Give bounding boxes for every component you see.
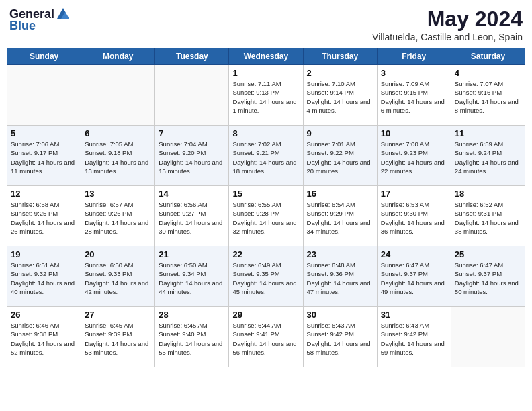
calendar-cell: 20Sunrise: 6:50 AMSunset: 9:33 PMDayligh… xyxy=(81,246,155,307)
cell-date: 3 xyxy=(381,68,447,78)
calendar-cell: 21Sunrise: 6:50 AMSunset: 9:34 PMDayligh… xyxy=(155,246,229,307)
day-header-sunday: Sunday xyxy=(7,48,81,65)
cell-date: 21 xyxy=(159,249,225,259)
day-header-friday: Friday xyxy=(377,48,451,65)
calendar-cell: 12Sunrise: 6:58 AMSunset: 9:25 PMDayligh… xyxy=(7,186,81,246)
calendar-cell: 31Sunrise: 6:43 AMSunset: 9:42 PMDayligh… xyxy=(377,307,451,367)
calendar-cell: 1Sunrise: 7:11 AMSunset: 9:13 PMDaylight… xyxy=(229,65,303,126)
cell-info: Sunrise: 6:58 AMSunset: 9:25 PMDaylight:… xyxy=(11,200,77,236)
cell-date: 5 xyxy=(11,128,77,138)
cell-info: Sunrise: 6:54 AMSunset: 9:29 PMDaylight:… xyxy=(307,200,373,236)
cell-info: Sunrise: 6:44 AMSunset: 9:41 PMDaylight:… xyxy=(232,321,299,357)
cell-info: Sunrise: 7:04 AMSunset: 9:20 PMDaylight:… xyxy=(159,140,225,175)
cell-date: 29 xyxy=(232,310,299,320)
day-header-monday: Monday xyxy=(81,48,155,65)
cell-date: 16 xyxy=(307,189,373,199)
cell-info: Sunrise: 6:56 AMSunset: 9:27 PMDaylight:… xyxy=(159,200,225,236)
calendar-cell: 27Sunrise: 6:45 AMSunset: 9:39 PMDayligh… xyxy=(81,307,155,367)
logo: General Blue xyxy=(9,7,71,33)
calendar-week-5: 26Sunrise: 6:46 AMSunset: 9:38 PMDayligh… xyxy=(7,307,525,367)
cell-info: Sunrise: 6:47 AMSunset: 9:37 PMDaylight:… xyxy=(381,261,447,296)
cell-date: 11 xyxy=(455,128,521,138)
cell-info: Sunrise: 6:46 AMSunset: 9:38 PMDaylight:… xyxy=(11,321,77,357)
calendar-cell: 8Sunrise: 7:02 AMSunset: 9:21 PMDaylight… xyxy=(229,126,303,186)
cell-info: Sunrise: 6:43 AMSunset: 9:42 PMDaylight:… xyxy=(381,321,447,357)
cell-date: 27 xyxy=(85,310,151,320)
cell-info: Sunrise: 6:55 AMSunset: 9:28 PMDaylight:… xyxy=(232,200,299,236)
cell-date: 23 xyxy=(307,249,373,259)
calendar-cell: 3Sunrise: 7:09 AMSunset: 9:15 PMDaylight… xyxy=(377,65,451,126)
header-row: SundayMondayTuesdayWednesdayThursdayFrid… xyxy=(7,48,525,65)
cell-date: 15 xyxy=(232,189,299,199)
cell-date: 13 xyxy=(85,189,151,199)
cell-date: 9 xyxy=(307,128,373,138)
cell-info: Sunrise: 7:10 AMSunset: 9:14 PMDaylight:… xyxy=(307,79,373,115)
calendar-cell: 6Sunrise: 7:05 AMSunset: 9:18 PMDaylight… xyxy=(81,126,155,186)
cell-info: Sunrise: 6:53 AMSunset: 9:30 PMDaylight:… xyxy=(381,200,447,236)
calendar-cell: 11Sunrise: 6:59 AMSunset: 9:24 PMDayligh… xyxy=(451,126,525,186)
cell-info: Sunrise: 7:02 AMSunset: 9:21 PMDaylight:… xyxy=(232,140,299,175)
calendar-cell: 7Sunrise: 7:04 AMSunset: 9:20 PMDaylight… xyxy=(155,126,229,186)
cell-date: 6 xyxy=(85,128,151,138)
cell-date: 17 xyxy=(381,189,447,199)
cell-date: 2 xyxy=(307,68,373,78)
calendar-cell: 10Sunrise: 7:00 AMSunset: 9:23 PMDayligh… xyxy=(377,126,451,186)
calendar-cell: 26Sunrise: 6:46 AMSunset: 9:38 PMDayligh… xyxy=(7,307,81,367)
cell-date: 28 xyxy=(159,310,225,320)
title-block: May 2024 Villatuelda, Castille and Leon,… xyxy=(372,7,523,42)
cell-info: Sunrise: 6:47 AMSunset: 9:37 PMDaylight:… xyxy=(455,261,521,296)
calendar-cell: 28Sunrise: 6:45 AMSunset: 9:40 PMDayligh… xyxy=(155,307,229,367)
calendar-cell: 25Sunrise: 6:47 AMSunset: 9:37 PMDayligh… xyxy=(451,246,525,307)
calendar-cell: 19Sunrise: 6:51 AMSunset: 9:32 PMDayligh… xyxy=(7,246,81,307)
calendar-cell: 4Sunrise: 7:07 AMSunset: 9:16 PMDaylight… xyxy=(451,65,525,126)
calendar-cell: 5Sunrise: 7:06 AMSunset: 9:17 PMDaylight… xyxy=(7,126,81,186)
day-header-tuesday: Tuesday xyxy=(155,48,229,65)
cell-info: Sunrise: 6:59 AMSunset: 9:24 PMDaylight:… xyxy=(455,140,521,175)
cell-date: 8 xyxy=(232,128,299,138)
calendar-cell: 13Sunrise: 6:57 AMSunset: 9:26 PMDayligh… xyxy=(81,186,155,246)
calendar-cell: 16Sunrise: 6:54 AMSunset: 9:29 PMDayligh… xyxy=(303,186,377,246)
calendar-cell: 17Sunrise: 6:53 AMSunset: 9:30 PMDayligh… xyxy=(377,186,451,246)
cell-info: Sunrise: 6:51 AMSunset: 9:32 PMDaylight:… xyxy=(11,261,77,296)
calendar-cell: 22Sunrise: 6:49 AMSunset: 9:35 PMDayligh… xyxy=(229,246,303,307)
cell-info: Sunrise: 6:49 AMSunset: 9:35 PMDaylight:… xyxy=(232,261,299,296)
cell-info: Sunrise: 6:45 AMSunset: 9:39 PMDaylight:… xyxy=(85,321,151,357)
calendar-week-3: 12Sunrise: 6:58 AMSunset: 9:25 PMDayligh… xyxy=(7,186,525,246)
cell-date: 19 xyxy=(11,249,77,259)
month-title: May 2024 xyxy=(372,7,523,32)
cell-info: Sunrise: 7:07 AMSunset: 9:16 PMDaylight:… xyxy=(455,79,521,115)
calendar-cell xyxy=(451,307,525,367)
calendar-cell: 15Sunrise: 6:55 AMSunset: 9:28 PMDayligh… xyxy=(229,186,303,246)
cell-info: Sunrise: 6:45 AMSunset: 9:40 PMDaylight:… xyxy=(159,321,225,357)
day-header-thursday: Thursday xyxy=(303,48,377,65)
calendar-cell: 29Sunrise: 6:44 AMSunset: 9:41 PMDayligh… xyxy=(229,307,303,367)
calendar-table: SundayMondayTuesdayWednesdayThursdayFrid… xyxy=(7,48,525,367)
location-title: Villatuelda, Castille and Leon, Spain xyxy=(372,32,523,42)
cell-date: 31 xyxy=(381,310,447,320)
cell-info: Sunrise: 7:01 AMSunset: 9:22 PMDaylight:… xyxy=(307,140,373,175)
cell-info: Sunrise: 6:52 AMSunset: 9:31 PMDaylight:… xyxy=(455,200,521,236)
calendar-cell xyxy=(7,65,81,126)
cell-date: 12 xyxy=(11,189,77,199)
cell-date: 24 xyxy=(381,249,447,259)
cell-info: Sunrise: 6:48 AMSunset: 9:36 PMDaylight:… xyxy=(307,261,373,296)
calendar-week-2: 5Sunrise: 7:06 AMSunset: 9:17 PMDaylight… xyxy=(7,126,525,186)
calendar-cell xyxy=(155,65,229,126)
calendar-cell: 24Sunrise: 6:47 AMSunset: 9:37 PMDayligh… xyxy=(377,246,451,307)
calendar-cell: 2Sunrise: 7:10 AMSunset: 9:14 PMDaylight… xyxy=(303,65,377,126)
calendar-cell xyxy=(81,65,155,126)
cell-date: 1 xyxy=(232,68,299,78)
calendar-cell: 18Sunrise: 6:52 AMSunset: 9:31 PMDayligh… xyxy=(451,186,525,246)
cell-date: 14 xyxy=(159,189,225,199)
cell-date: 4 xyxy=(455,68,521,78)
calendar-cell: 14Sunrise: 6:56 AMSunset: 9:27 PMDayligh… xyxy=(155,186,229,246)
page-header: General Blue May 2024 Villatuelda, Casti… xyxy=(7,7,525,42)
calendar-cell: 30Sunrise: 6:43 AMSunset: 9:42 PMDayligh… xyxy=(303,307,377,367)
cell-info: Sunrise: 7:05 AMSunset: 9:18 PMDaylight:… xyxy=(85,140,151,175)
cell-date: 22 xyxy=(232,249,299,259)
cell-info: Sunrise: 7:06 AMSunset: 9:17 PMDaylight:… xyxy=(11,140,77,175)
cell-date: 20 xyxy=(85,249,151,259)
cell-date: 18 xyxy=(455,189,521,199)
calendar-week-4: 19Sunrise: 6:51 AMSunset: 9:32 PMDayligh… xyxy=(7,246,525,307)
cell-info: Sunrise: 6:57 AMSunset: 9:26 PMDaylight:… xyxy=(85,200,151,236)
